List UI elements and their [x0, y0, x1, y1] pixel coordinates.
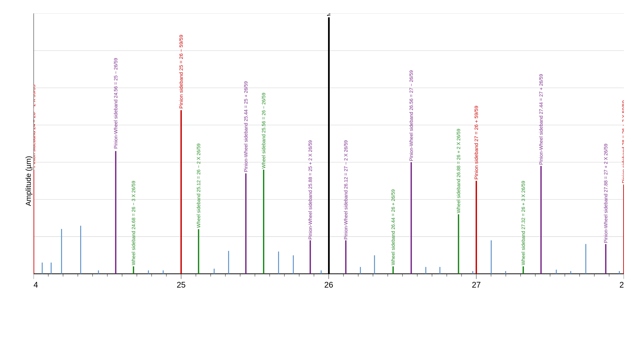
- bar-27-44: [540, 166, 542, 274]
- bar-25-95: [321, 270, 322, 274]
- bar-27-88: [605, 244, 606, 274]
- bar-26-32: [374, 255, 375, 274]
- label-25-56: Wheel sideband 25.56 = 26 − 26/59: [261, 93, 266, 169]
- bar-26-22: [360, 267, 361, 274]
- bar-24-32: [80, 226, 81, 274]
- bar-26-0: [328, 17, 330, 274]
- svg-text:25: 25: [177, 280, 186, 289]
- label-24-0: Pinion sideband 24 = 26 − 2 X 59/59: [34, 84, 36, 168]
- bar-24-88: [163, 270, 164, 274]
- label-27-44: Pinion-Wheel sideband 27.44 = 27 + 26/59: [538, 74, 544, 165]
- bar-27-20: [505, 271, 506, 274]
- chart-container: Amplitude (µm): [0, 0, 644, 362]
- label-25-88: Pinion-Wheel sideband 25.88 = 25 + 2 X 2…: [308, 140, 313, 240]
- bar-25-62: [278, 251, 279, 274]
- bar-24-44: [98, 270, 99, 274]
- label-26-0: Mesh order 26: [326, 13, 331, 16]
- svg-text:27: 27: [472, 280, 481, 289]
- bar-24-19: [61, 229, 62, 274]
- bar-27-10: [491, 240, 492, 274]
- label-26-12: Pinion-Wheel sideband 26.12 = 27 − 2 X 2…: [343, 140, 348, 240]
- label-24-68: Wheel sideband 24.68 = 26 − 3 X 26/59: [131, 181, 136, 265]
- svg-text:28: 28: [620, 280, 624, 289]
- bar-27-32: [523, 266, 524, 274]
- bar-25-32: [228, 251, 229, 274]
- bar-24-12: [51, 262, 52, 274]
- bar-27-78: [585, 244, 586, 274]
- bar-25-0: [180, 110, 182, 274]
- label-24-56: Pinion-Wheel sideband 24.56 = 25 − 26/59: [113, 58, 118, 149]
- bar-25-56: [263, 170, 264, 274]
- bar-25-12: [198, 229, 199, 274]
- bar-26-44: [392, 266, 394, 274]
- bar-27-56: [556, 270, 557, 274]
- bar-26-62: [425, 267, 426, 274]
- bar-25-88: [310, 240, 311, 274]
- label-28-0: Pinion sideband 28 = 26 + 2 X 59/59: [621, 100, 624, 183]
- bar-27-0: [476, 181, 477, 274]
- bar-26-56: [411, 162, 412, 274]
- x-axis-labels: 24 25 26 27 28: [34, 280, 624, 289]
- label-26-56: Pinion-Wheel sideband 26.56 = 27 − 26/59: [409, 70, 414, 161]
- label-25-12: Wheel sideband 25.12 = 26 − 2 X 26/59: [196, 143, 201, 228]
- label-26-88: Wheel sideband 26.88 = 26 + 2 X 26/59: [456, 129, 461, 213]
- bar-25-22: [214, 269, 215, 274]
- bar-24-78: [148, 270, 149, 274]
- label-25-44: Pinion-Wheel sideband 25.44 = 25 + 26/59: [243, 81, 249, 172]
- label-27-0: Pinion sideband 27 = 26 + 59/59: [473, 106, 479, 180]
- svg-text:26: 26: [324, 280, 333, 289]
- y-axis-label: Amplitude (µm): [24, 156, 33, 206]
- bar-24-06: [42, 262, 43, 274]
- bar-26-12: [345, 240, 346, 274]
- label-26-44: Wheel sideband 26.44 = 26 + 26/59: [390, 189, 396, 265]
- bar-25-72: [293, 255, 294, 274]
- bar-24-0: [34, 170, 34, 274]
- bar-27-95: [619, 271, 620, 274]
- bar-25-44: [245, 173, 247, 274]
- bar-26-72: [439, 267, 440, 274]
- main-chart-svg: 0 0.01 0.02 0.03 0.04 0.05 0.06 0.07: [34, 13, 624, 322]
- bar-28-0: [623, 184, 624, 274]
- label-25-0: Pinion sideband 25 = 26 − 59/59: [178, 35, 184, 109]
- x-axis-ticks: [34, 274, 624, 279]
- bar-26-95: [472, 271, 473, 274]
- bar-27-66: [570, 271, 571, 274]
- label-27-88: Pinion-Wheel sideband 27.88 = 27 + 2 X 2…: [603, 143, 608, 243]
- bar-24-68: [133, 266, 134, 274]
- chart-area: 0 0.01 0.02 0.03 0.04 0.05 0.06 0.07: [34, 13, 624, 322]
- bar-26-88: [458, 214, 459, 274]
- label-27-32: Wheel sideband 27.32 = 26 + 3 X 26/59: [521, 181, 526, 265]
- bar-24-56: [115, 151, 116, 274]
- svg-text:24: 24: [34, 280, 38, 289]
